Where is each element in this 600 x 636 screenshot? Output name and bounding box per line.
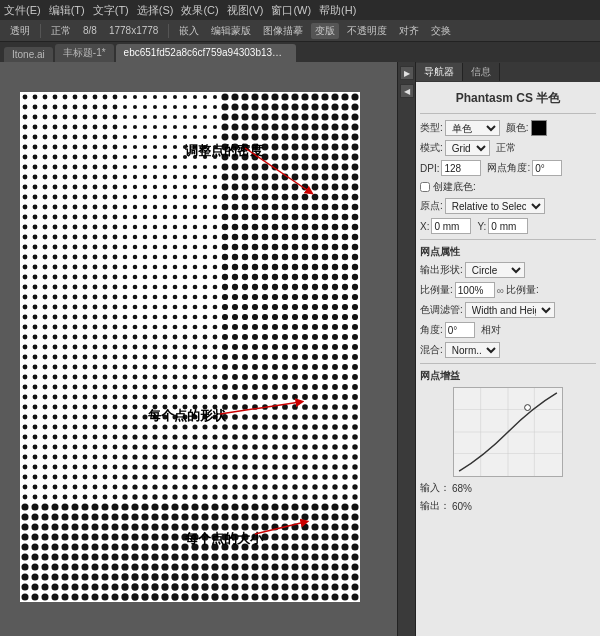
menu-edit[interactable]: 编辑(T) xyxy=(49,3,85,18)
relative-label: 相对 xyxy=(481,323,501,337)
mode-select[interactable]: Grid xyxy=(445,140,490,156)
blend-mode-btn[interactable]: 正常 xyxy=(47,23,75,39)
normal-label: 正常 xyxy=(496,141,516,155)
canvas-area[interactable]: 调整点的密度 每个点的形状 每个点的大小 xyxy=(0,62,397,636)
divider-2 xyxy=(420,363,596,364)
exchange-btn[interactable]: 交换 xyxy=(427,23,455,39)
color-filter-row: 色调滤管: Width and Height xyxy=(420,302,596,318)
menu-help[interactable]: 帮助(H) xyxy=(319,3,356,18)
blend-select[interactable]: Norm... xyxy=(445,342,500,358)
tab-untitled[interactable]: 丰标题-1* xyxy=(55,44,114,62)
align-btn[interactable]: 对齐 xyxy=(395,23,423,39)
dot-angle-label: 网点角度: xyxy=(487,161,530,175)
origin-row: 原点: Relative to Selection xyxy=(420,198,596,214)
scale-input[interactable] xyxy=(455,282,495,298)
curve-graph[interactable] xyxy=(453,387,563,477)
annotation-size: 每个点的大小 xyxy=(185,530,263,548)
right-panel: 导航器 信息 Phantasm CS 半色 类型: 单色 颜色: 模式: Gri… xyxy=(415,62,600,636)
menu-file[interactable]: 文件(E) xyxy=(4,3,41,18)
nav-tool-1[interactable]: ▶ xyxy=(400,66,414,80)
halftone-canvas xyxy=(20,92,360,602)
angle-label: 角度: xyxy=(420,323,443,337)
divider-1 xyxy=(420,239,596,240)
dot-angle-input[interactable] xyxy=(532,160,562,176)
menu-text[interactable]: 文字(T) xyxy=(93,3,129,18)
blend-label: 混合: xyxy=(420,343,443,357)
x-label: X: xyxy=(420,221,429,232)
type-row: 类型: 单色 颜色: xyxy=(420,120,596,136)
dot-props-title: 网点属性 xyxy=(420,245,596,259)
image-tracer-btn[interactable]: 图像描摹 xyxy=(259,23,307,39)
tab-image-active[interactable]: ebc651fd52a8c6cf759a94303b13644a.png @ 2… xyxy=(116,44,296,62)
curve-svg xyxy=(454,388,562,476)
nav-tool-2[interactable]: ◀ xyxy=(400,84,414,98)
output-value: 60% xyxy=(452,501,472,512)
output-label: 输出： xyxy=(420,499,450,513)
morph-btn[interactable]: 变版 xyxy=(311,23,339,39)
create-bg-checkbox[interactable] xyxy=(420,182,430,192)
menu-effect[interactable]: 效果(C) xyxy=(181,3,218,18)
create-bg-label: 创建底色: xyxy=(433,180,476,194)
annotation-density: 调整点的密度 xyxy=(185,142,263,160)
color-filter-label: 色调滤管: xyxy=(420,303,463,317)
scale-ratio-label: 比例量: xyxy=(506,283,539,297)
menu-bar: 文件(E) 编辑(T) 文字(T) 选择(S) 效果(C) 视图(V) 窗口(W… xyxy=(0,0,600,20)
y-input[interactable] xyxy=(488,218,528,234)
menu-select[interactable]: 选择(S) xyxy=(137,3,174,18)
input-label: 输入： xyxy=(420,481,450,495)
dpi-input[interactable] xyxy=(441,160,481,176)
size-display: 1778x1778 xyxy=(105,24,163,37)
toolbar-sep-2 xyxy=(168,24,169,38)
angle-input[interactable] xyxy=(445,322,475,338)
type-select[interactable]: 单色 xyxy=(445,120,500,136)
origin-select[interactable]: Relative to Selection xyxy=(445,198,545,214)
xy-row: X: Y: xyxy=(420,218,596,234)
output-row: 输出： 60% xyxy=(420,499,596,513)
type-label: 类型: xyxy=(420,121,443,135)
toolbar-sep-1 xyxy=(40,24,41,38)
blend-row: 混合: Norm... xyxy=(420,342,596,358)
y-label: Y: xyxy=(477,221,486,232)
output-shape-row: 输出形状: Circle xyxy=(420,262,596,278)
phantasm-panel: Phantasm CS 半色 类型: 单色 颜色: 模式: Grid 正常 xyxy=(416,82,600,636)
color-filter-select[interactable]: Width and Height xyxy=(465,302,555,318)
color-label: 颜色: xyxy=(506,121,529,135)
unevenness-btn[interactable]: 不透明度 xyxy=(343,23,391,39)
menu-window[interactable]: 窗口(W) xyxy=(271,3,311,18)
embed-btn[interactable]: 嵌入 xyxy=(175,23,203,39)
mode-row: 模式: Grid 正常 xyxy=(420,140,596,156)
dpi-row: DPI: 网点角度: xyxy=(420,160,596,176)
opacity-value: 8/8 xyxy=(79,24,101,37)
vert-toolbar: ▶ ◀ xyxy=(397,62,415,636)
gain-title: 网点增益 xyxy=(420,369,596,383)
input-row: 输入： 68% xyxy=(420,481,596,495)
mode-label: 模式: xyxy=(420,141,443,155)
menu-view[interactable]: 视图(V) xyxy=(227,3,264,18)
dpi-label: DPI: xyxy=(420,163,439,174)
scale-row: 比例量: ∞ 比例量: xyxy=(420,282,596,298)
origin-label: 原点: xyxy=(420,199,443,213)
tab-itone[interactable]: Itone.ai xyxy=(4,47,53,62)
color-swatch[interactable] xyxy=(531,120,547,136)
annotation-shape: 每个点的形状 xyxy=(148,407,226,425)
tab-bar: Itone.ai 丰标题-1* ebc651fd52a8c6cf759a9430… xyxy=(0,42,600,62)
output-shape-label: 输出形状: xyxy=(420,263,463,277)
panel-tab-guide[interactable]: 导航器 xyxy=(416,63,463,81)
transparency-btn[interactable]: 透明 xyxy=(6,23,34,39)
output-shape-select[interactable]: Circle xyxy=(465,262,525,278)
x-input[interactable] xyxy=(431,218,471,234)
edit-mask-btn[interactable]: 编辑蒙版 xyxy=(207,23,255,39)
scale-label: 比例量: xyxy=(420,283,453,297)
angle-row: 角度: 相对 xyxy=(420,322,596,338)
toolbar-row: 透明 正常 8/8 1778x1778 嵌入 编辑蒙版 图像描摹 变版 不透明度… xyxy=(0,20,600,42)
create-bg-row: 创建底色: xyxy=(420,180,596,194)
panel-title: Phantasm CS 半色 xyxy=(420,86,596,114)
svg-point-9 xyxy=(525,405,531,411)
scale-link-icon[interactable]: ∞ xyxy=(497,285,504,296)
panel-tabs: 导航器 信息 xyxy=(416,62,600,82)
input-value: 68% xyxy=(452,483,472,494)
main-area: 调整点的密度 每个点的形状 每个点的大小 ▶ ◀ 导航器 信息 xyxy=(0,62,600,636)
panel-tab-info[interactable]: 信息 xyxy=(463,63,500,81)
